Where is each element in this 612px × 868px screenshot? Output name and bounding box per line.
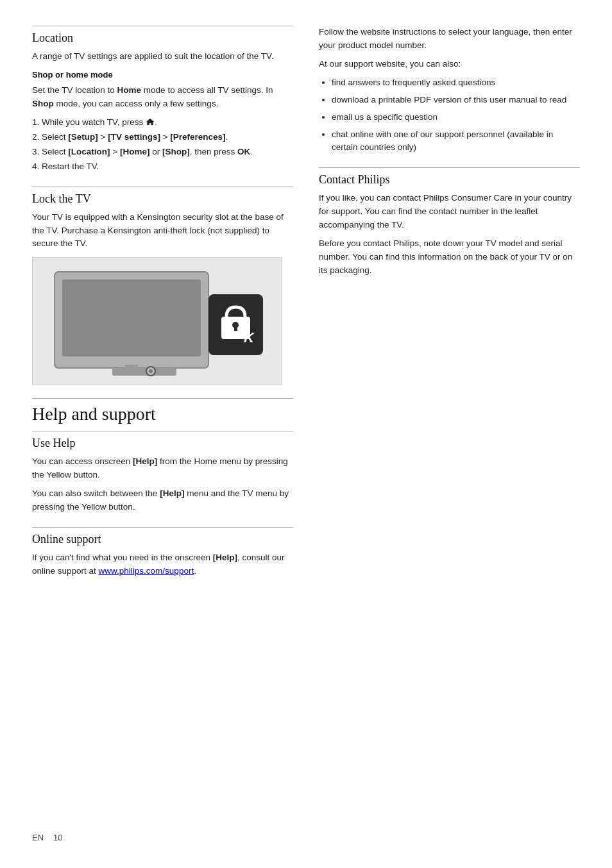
shop-home-mode-title: Shop or home mode [32, 69, 293, 81]
tv-lock-svg: K [35, 259, 279, 384]
left-column: Location A range of TV settings are appl… [32, 26, 293, 820]
home-icon [146, 117, 155, 124]
support-bullet-list: find answers to frequently asked questio… [319, 76, 580, 155]
help-support-main-divider [32, 398, 293, 399]
use-help-divider [32, 431, 293, 431]
svg-text:K: K [244, 330, 255, 346]
step-3: 3. Select [Location] > [Home] or [Shop],… [32, 146, 293, 159]
svg-point-11 [149, 369, 153, 373]
right-column: Follow the website instructions to selec… [319, 26, 580, 820]
support-website-intro: At our support website, you can also: [319, 58, 580, 71]
use-help-text2: You can also switch between the [Help] m… [32, 487, 293, 514]
tv-lock-illustration: K [32, 257, 282, 385]
bullet-item-4: chat online with one of our support pers… [332, 128, 580, 155]
two-column-layout: Location A range of TV settings are appl… [32, 26, 580, 820]
website-instructions-text: Follow the website instructions to selec… [319, 26, 580, 53]
website-instructions-section: Follow the website instructions to selec… [319, 26, 580, 154]
online-support-section: Online support If you can't find what yo… [32, 527, 293, 578]
footer-lang: EN [32, 833, 44, 842]
contact-philips-divider [319, 167, 580, 168]
lock-tv-divider [32, 187, 293, 187]
use-help-section: Use Help You can access onscreen [Help] … [32, 431, 293, 514]
online-support-text: If you can't find what you need in the o… [32, 551, 293, 578]
location-intro: A range of TV settings are applied to su… [32, 50, 293, 63]
use-help-text1: You can access onscreen [Help] from the … [32, 455, 293, 482]
footer-page-number: 10 [53, 833, 62, 842]
svg-marker-0 [146, 119, 154, 125]
page-container: Location A range of TV settings are appl… [0, 0, 612, 868]
help-support-title: Help and support [32, 404, 293, 424]
online-support-title: Online support [32, 533, 293, 546]
lock-tv-title: Lock the TV [32, 192, 293, 206]
page-footer: EN 10 [32, 820, 580, 842]
step-4: 4. Restart the TV. [32, 160, 293, 174]
help-support-section: Help and support Use Help You can access… [32, 398, 293, 578]
contact-philips-title: Contact Philips [319, 173, 580, 187]
lock-tv-text: Your TV is equipped with a Kensington se… [32, 211, 293, 251]
online-support-divider [32, 527, 293, 528]
use-help-title: Use Help [32, 437, 293, 450]
svg-rect-4 [125, 365, 138, 371]
location-divider [32, 26, 293, 26]
svg-rect-8 [234, 326, 237, 331]
philips-support-link[interactable]: www.philips.com/support [99, 566, 194, 576]
shop-home-mode-text: Set the TV location to Home mode to acce… [32, 84, 293, 111]
svg-rect-3 [112, 368, 176, 376]
lock-tv-section: Lock the TV Your TV is equipped with a K… [32, 187, 293, 386]
step-1: 1. While you watch TV, press . [32, 116, 293, 129]
contact-philips-section: Contact Philips If you like, you can con… [319, 167, 580, 278]
location-steps: 1. While you watch TV, press . 2. Select… [32, 116, 293, 174]
contact-philips-text1: If you like, you can contact Philips Con… [319, 192, 580, 232]
step-2: 2. Select [Setup] > [TV settings] > [Pre… [32, 131, 293, 144]
location-title: Location [32, 31, 293, 45]
location-section: Location A range of TV settings are appl… [32, 26, 293, 174]
contact-philips-text2: Before you contact Philips, note down yo… [319, 237, 580, 278]
bullet-item-1: find answers to frequently asked questio… [332, 76, 580, 90]
bullet-item-3: email us a specific question [332, 111, 580, 124]
svg-rect-2 [62, 280, 201, 356]
bullet-item-2: download a printable PDF version of this… [332, 94, 580, 107]
